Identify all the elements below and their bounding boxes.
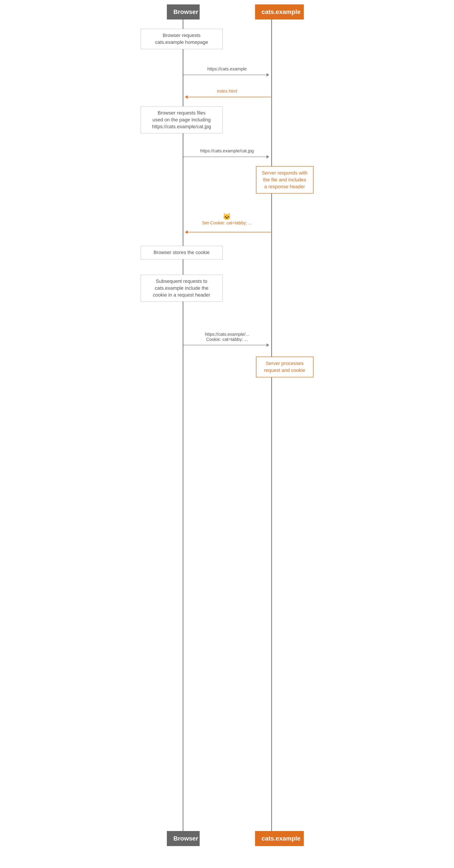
note-browser-stores-cookie: Browser stores the cookie [141, 246, 223, 259]
actor-server-top: cats.example [255, 4, 304, 20]
note-server-responds: Server responds with the file and includ… [256, 166, 313, 193]
lifeline-server [271, 4, 272, 846]
actor-server-bottom: cats.example [255, 831, 304, 846]
note-browser-requests-homepage: Browser requests cats.example homepage [141, 29, 223, 49]
sequence-diagram: Browser cats.example Browser requests ca… [139, 4, 316, 846]
note-subsequent-requests: Subsequent requests to cats.example incl… [141, 275, 223, 302]
note-browser-requests-files: Browser requests files used on the page … [141, 106, 223, 133]
actor-browser-top: Browser [167, 4, 200, 20]
note-server-processes: Server processes request and cookie [256, 356, 313, 377]
set-cookie-label: Set-Cookie: cat=tabby; ... [183, 220, 271, 225]
actor-browser-bottom: Browser [167, 831, 200, 846]
cat-emoji: 🐱 [223, 213, 231, 220]
